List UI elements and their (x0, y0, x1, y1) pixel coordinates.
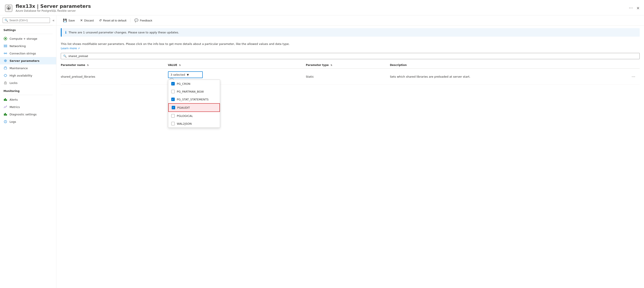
checkbox-pgaudit[interactable] (172, 106, 175, 109)
reset-button[interactable]: ↺ Reset all to default (97, 17, 129, 24)
save-button[interactable]: 💾 Save (61, 17, 77, 24)
param-value-cell: 3 selected ▼ i PG_CRON (168, 68, 306, 85)
discard-icon: ✕ (80, 18, 83, 22)
sidebar-item-alerts[interactable]: Alerts (0, 96, 56, 103)
param-description-cell: Sets which shared libraries are preloade… (390, 68, 630, 85)
sidebar-item-label-metrics: Metrics (10, 105, 20, 109)
feedback-icon: 💬 (134, 18, 138, 22)
description-text: This list shows modifiable server parame… (61, 42, 640, 50)
content-body: This list shows modifiable server parame… (56, 39, 644, 288)
compute-storage-icon (4, 37, 8, 40)
params-table: Parameter name ⇅ VALUE ⇅ Parameter type … (61, 62, 640, 85)
dropdown-item-pgaudit[interactable]: PGAUDIT (168, 103, 220, 112)
settings-section-label: Settings (0, 25, 56, 33)
connection-strings-icon (4, 51, 8, 55)
sidebar-item-label-connection: Connection strings (10, 52, 36, 55)
monitoring-section-label: Monitoring (0, 86, 56, 94)
table-row: shared_preload_libraries 3 selected ▼ i (61, 68, 640, 85)
dropdown-item-wal2json[interactable]: WAL2JSON (168, 120, 220, 128)
checkbox-wal2json[interactable] (171, 122, 175, 125)
main-content: 💾 Save ✕ Discard ↺ Reset all to default … (56, 15, 644, 288)
col-value[interactable]: VALUE ⇅ (168, 62, 306, 68)
alert-banner: ℹ There are 1 unsaved parameter changes.… (61, 28, 640, 37)
svg-rect-4 (4, 45, 7, 45)
sort-icon-value: ⇅ (179, 64, 181, 66)
svg-rect-19 (5, 113, 6, 116)
param-type-cell: Static (306, 68, 390, 85)
sidebar-item-label-networking: Networking (10, 44, 26, 48)
row-more-options[interactable]: ··· (630, 68, 640, 85)
info-icon: ℹ (65, 30, 66, 34)
sidebar-item-connection-strings[interactable]: Connection strings (0, 50, 56, 57)
feedback-button[interactable]: 💬 Feedback (132, 17, 154, 24)
svg-rect-15 (4, 99, 5, 101)
maintenance-icon (4, 66, 8, 70)
sidebar-item-label-server-params: Server parameters (10, 59, 40, 62)
dropdown-trigger[interactable]: 3 selected ▼ (168, 71, 203, 78)
monitoring-divider (4, 95, 53, 95)
locks-icon (4, 81, 8, 85)
dropdown-item-pg-stat[interactable]: PG_STAT_STATEMENTS (168, 95, 220, 103)
col-description: Description (390, 62, 630, 68)
sidebar-item-label-maintenance: Maintenance (10, 67, 28, 70)
sidebar-search-input[interactable] (9, 19, 48, 22)
settings-divider (4, 34, 53, 34)
checkbox-pg-partman[interactable] (171, 90, 175, 93)
page-subtitle: Azure Database for PostgreSQL flexible s… (16, 9, 627, 12)
alert-message: There are 1 unsaved parameter changes. P… (68, 31, 179, 34)
diagnostic-icon (4, 112, 8, 116)
sidebar-item-label-logs: Logs (10, 120, 16, 123)
checkbox-pg-cron[interactable] (171, 82, 175, 85)
sidebar: 🔍 « Settings Compute + storage Net (0, 15, 56, 288)
dropdown-item-pg-cron[interactable]: PG_CRON (168, 80, 220, 88)
col-param-type[interactable]: Parameter type ⇅ (306, 62, 390, 68)
sidebar-item-compute-storage[interactable]: Compute + storage (0, 35, 56, 42)
sidebar-item-label-locks: Locks (10, 81, 17, 85)
page-title: flex13x | Server parameters (16, 3, 627, 9)
sidebar-item-diagnostic[interactable]: Diagnostic settings (0, 111, 56, 118)
value-dropdown: 3 selected ▼ i PG_CRON (168, 71, 203, 82)
dropdown-item-pg-partman[interactable]: PG_PARTMAN_BGW (168, 88, 220, 95)
discard-button[interactable]: ✕ Discard (78, 17, 96, 24)
sidebar-item-server-parameters[interactable]: Server parameters (0, 57, 56, 64)
reset-icon: ↺ (99, 18, 102, 22)
sort-icon-type: ⇅ (330, 64, 332, 66)
col-param-name[interactable]: Parameter name ⇅ (61, 62, 168, 68)
sidebar-item-label-ha: High availability (10, 74, 32, 77)
dropdown-item-pglogical[interactable]: PGLOGICAL (168, 112, 220, 120)
sidebar-item-locks[interactable]: Locks (0, 79, 56, 86)
metrics-icon (4, 105, 8, 109)
param-name-cell: shared_preload_libraries (61, 68, 168, 85)
svg-rect-20 (6, 114, 7, 116)
param-search-box: 🔍 (61, 53, 640, 59)
svg-rect-12 (4, 67, 7, 69)
toolbar-separator (130, 18, 130, 22)
more-options-icon[interactable]: ··· (630, 73, 637, 80)
svg-rect-18 (4, 114, 5, 116)
svg-point-11 (5, 60, 6, 61)
col-actions (630, 62, 640, 68)
close-button[interactable]: ✕ (636, 6, 640, 10)
sidebar-collapse-button[interactable]: « (52, 18, 54, 22)
sidebar-search: 🔍 (0, 15, 52, 25)
sidebar-item-high-availability[interactable]: High availability (0, 72, 56, 79)
checkbox-pg-stat[interactable] (171, 98, 175, 101)
sort-icon-name: ⇅ (87, 64, 89, 66)
svg-point-3 (5, 38, 6, 39)
sidebar-item-logs[interactable]: Logs (0, 118, 56, 125)
dropdown-panel: PG_CRON PG_PARTMAN_BGW PG_ (168, 80, 220, 128)
svg-point-8 (4, 53, 5, 54)
sidebar-item-maintenance[interactable]: Maintenance (0, 64, 56, 72)
sidebar-item-metrics[interactable]: Metrics (0, 103, 56, 111)
param-search-input[interactable] (68, 54, 637, 58)
more-options-button[interactable]: ··· (629, 5, 633, 11)
param-search-icon: 🔍 (63, 54, 67, 58)
learn-more-link[interactable]: Learn more ↗ (61, 47, 80, 50)
svg-rect-17 (6, 99, 7, 101)
networking-icon (4, 44, 8, 48)
checkbox-pglogical[interactable] (171, 114, 175, 118)
svg-point-23 (5, 122, 6, 122)
sidebar-item-label-compute: Compute + storage (10, 37, 37, 40)
sidebar-item-networking[interactable]: Networking (0, 42, 56, 50)
svg-point-1 (8, 7, 10, 9)
